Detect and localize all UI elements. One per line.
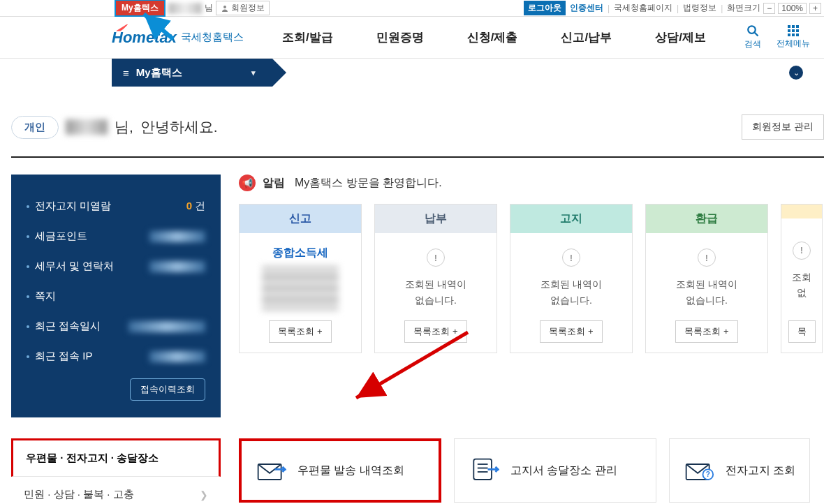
logout-button[interactable]: 로그아웃	[524, 1, 566, 15]
list-button[interactable]: 목록조회 +	[675, 320, 737, 343]
zoom-plus[interactable]: +	[809, 3, 821, 14]
screen-size-link[interactable]: 화면크기	[727, 2, 760, 14]
tab-label: 민원 · 상담 · 불복 · 고충	[24, 488, 134, 501]
svg-text:?: ?	[706, 470, 710, 478]
summary-item-last-ip[interactable]: 최근 접속 IP	[27, 341, 205, 371]
card-head	[781, 205, 822, 218]
summary-label: 전자고지 미열람	[35, 200, 111, 213]
summary-label: 쪽지	[35, 290, 56, 303]
list-button[interactable]: 목	[788, 320, 816, 343]
no-data-text: 조회된 내역이없습니다.	[676, 276, 737, 308]
person-icon	[221, 4, 229, 13]
memberinfo-button[interactable]: 회원정보	[216, 1, 270, 15]
summary-value: 0건	[186, 200, 205, 213]
allmenu-button[interactable]: 전체메뉴	[777, 25, 810, 50]
action-delivery-location[interactable]: 고지서 송달장소 관리	[454, 438, 656, 503]
card-refund: 환급 ! 조회된 내역이없습니다. 목록조회 +	[645, 204, 768, 353]
search-icon	[746, 24, 759, 37]
username-blurred-large	[66, 119, 108, 135]
law-info-link[interactable]: 법령정보	[683, 2, 716, 14]
logo[interactable]: Hometax 국세청홈택스	[112, 29, 244, 47]
card-head: 환급	[646, 205, 767, 233]
nav-consult[interactable]: 상담/제보	[655, 29, 706, 45]
no-data-text: 조회된 내역이없습니다.	[405, 276, 466, 308]
allmenu-label: 전체메뉴	[777, 38, 810, 50]
exclamation-icon: !	[793, 242, 811, 260]
action-cards: 우편물 발송 내역조회 고지서 송달장소 관리 ? 전자고지 조회	[239, 438, 824, 504]
blurred-value	[149, 261, 205, 272]
header-right: 검색 전체메뉴	[744, 24, 810, 50]
certcenter-link[interactable]: 인증센터	[570, 2, 603, 14]
summary-item-notice[interactable]: 전자고지 미열람 0건	[27, 191, 205, 221]
tab-mail[interactable]: 우편물 · 전자고지 · 송달장소	[11, 438, 221, 477]
search-button[interactable]: 검색	[744, 24, 761, 50]
envelope-question-icon: ?	[684, 457, 714, 484]
separator: |	[608, 3, 610, 13]
summary-item-taxpoint[interactable]: 세금포인트	[27, 221, 205, 251]
summary-label: 세금포인트	[35, 230, 87, 243]
blurred-value	[149, 351, 205, 362]
nts-home-link[interactable]: 국세청홈페이지	[614, 2, 672, 14]
greeting-nim: 님,	[115, 117, 133, 137]
action-label: 우편물 발송 내역조회	[297, 464, 404, 478]
member-manage-button[interactable]: 회원정보 관리	[742, 114, 824, 140]
list-button[interactable]: 목록조회 +	[540, 320, 602, 343]
megaphone-icon: 📢	[239, 175, 256, 191]
list-button[interactable]: 목록조회 +	[269, 320, 331, 343]
envelope-send-icon	[256, 457, 286, 484]
nav-inquiry[interactable]: 조회/발급	[282, 29, 333, 45]
exclamation-icon: !	[698, 249, 716, 267]
account-summary-panel: 전자고지 미열람 0건 세금포인트 세무서 및 연락처 쪽지 최근 접속일시	[11, 175, 221, 417]
zoom-value: 100%	[778, 3, 807, 14]
ribbon-dropdown[interactable]: ≡ My홈택스 ▾	[112, 59, 272, 87]
chevron-right-icon: ❯	[200, 489, 208, 501]
card-head: 신고	[240, 205, 361, 233]
zoom-minus[interactable]: −	[763, 3, 775, 14]
summary-label: 최근 접속 IP	[35, 350, 93, 363]
login-history-button[interactable]: 접속이력조회	[130, 378, 205, 401]
exclamation-icon: !	[562, 249, 580, 267]
nav-civil[interactable]: 민원증명	[376, 29, 424, 45]
memberinfo-label: 회원정보	[231, 2, 265, 14]
alert-label: 알림	[263, 176, 285, 191]
search-label: 검색	[744, 38, 761, 50]
nav-apply[interactable]: 신청/제출	[467, 29, 518, 45]
separator: |	[721, 3, 723, 13]
action-enotice[interactable]: ? 전자고지 조회	[669, 438, 810, 503]
alert-text: My홈택스 방문을 환영합니다.	[295, 176, 442, 191]
logo-sub: 국세청홈택스	[181, 31, 244, 44]
summary-label: 최근 접속일시	[35, 320, 101, 333]
card-head: 납부	[375, 205, 496, 233]
page-body: 개인 님, 안녕하세요. 회원정보 관리 전자고지 미열람 0건 세금포인트 세…	[0, 87, 824, 504]
header: Hometax 국세청홈택스 조회/발급 민원증명 신청/제출 신고/납부 상담…	[0, 17, 824, 59]
svg-point-1	[748, 26, 756, 34]
summary-label: 세무서 및 연락처	[35, 260, 114, 273]
summary-item-message[interactable]: 쪽지	[27, 281, 205, 311]
document-manage-icon	[469, 457, 499, 484]
list-button[interactable]: 목록조회 +	[404, 320, 466, 343]
no-data-text: 조회된 내역이없습니다.	[540, 276, 602, 308]
account-type-badge: 개인	[11, 116, 59, 139]
greeting-hello: 안녕하세요.	[140, 117, 218, 137]
breadcrumb-ribbon: ≡ My홈택스 ▾ ⌄	[0, 59, 824, 87]
card-notice: 고지 ! 조회된 내역이없습니다. 목록조회 +	[510, 204, 633, 353]
nav-report[interactable]: 신고/납부	[561, 29, 612, 45]
action-mail-history[interactable]: 우편물 발송 내역조회	[239, 438, 441, 503]
tab-civil[interactable]: 민원 · 상담 · 불복 · 고충 ❯	[11, 477, 221, 504]
hamburger-icon: ≡	[123, 67, 129, 79]
category-tabs: 우편물 · 전자고지 · 송달장소 민원 · 상담 · 불복 · 고충 ❯ 현금…	[11, 438, 221, 504]
chevron-down-icon: ▾	[251, 68, 256, 77]
status-cards: 신고 종합소득세 목록조회 + 납부 ! 조회된 내역이없습니다. 목록조회 +	[239, 204, 824, 353]
blurred-value	[149, 231, 205, 242]
nim-suffix: 님	[205, 2, 213, 14]
separator: |	[677, 3, 679, 13]
alert-row: 📢 알림 My홈택스 방문을 환영합니다.	[239, 175, 824, 191]
summary-item-office[interactable]: 세무서 및 연락처	[27, 251, 205, 281]
blurred-value	[128, 321, 205, 332]
summary-item-last-login[interactable]: 최근 접속일시	[27, 311, 205, 341]
bottom-section: 우편물 · 전자고지 · 송달장소 민원 · 상담 · 불복 · 고충 ❯ 현금…	[11, 438, 824, 504]
ribbon-expand[interactable]: ⌄	[789, 66, 803, 80]
svg-point-0	[223, 6, 226, 8]
grid-icon	[788, 25, 799, 36]
myhometax-button[interactable]: My홈텍스	[115, 0, 165, 17]
